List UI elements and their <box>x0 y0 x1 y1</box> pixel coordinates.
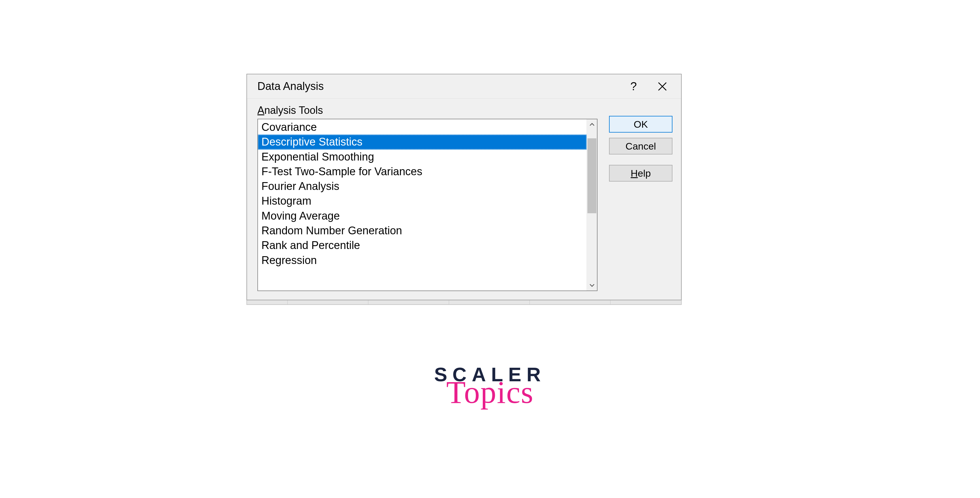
close-icon <box>657 81 668 92</box>
data-analysis-dialog: Data Analysis ? Analysis Tools Covarianc… <box>247 74 682 300</box>
dialog-content: Analysis Tools Covariance Descriptive St… <box>247 99 681 300</box>
list-item[interactable]: Rank and Percentile <box>258 238 587 253</box>
list-item[interactable]: F-Test Two-Sample for Variances <box>258 164 587 179</box>
list-item[interactable]: Histogram <box>258 194 587 208</box>
scroll-down-button[interactable] <box>587 280 597 291</box>
scroll-thumb[interactable] <box>587 138 597 213</box>
left-column: Analysis Tools Covariance Descriptive St… <box>258 104 598 291</box>
list-item[interactable]: Random Number Generation <box>258 223 587 238</box>
list-item[interactable]: Fourier Analysis <box>258 179 587 194</box>
button-column: OK Cancel Help <box>609 104 673 291</box>
ok-button[interactable]: OK <box>609 116 673 132</box>
chevron-up-icon <box>589 122 595 127</box>
scaler-topics-logo: SCALER Topics <box>404 363 576 410</box>
list-item[interactable]: Covariance <box>258 120 587 135</box>
listbox-scrollbar[interactable] <box>587 119 597 291</box>
list-item[interactable]: Exponential Smoothing <box>258 150 587 164</box>
sheet-edge-strip <box>247 300 682 305</box>
scroll-up-button[interactable] <box>587 119 597 130</box>
list-item[interactable]: Regression <box>258 253 587 268</box>
title-bar: Data Analysis ? <box>247 74 681 99</box>
analysis-tools-listbox[interactable]: Covariance Descriptive Statistics Expone… <box>258 119 598 291</box>
analysis-tools-label: Analysis Tools <box>258 104 598 116</box>
list-item[interactable]: Moving Average <box>258 208 587 223</box>
help-button[interactable]: Help <box>609 165 673 181</box>
logo-topics-text: Topics <box>404 374 576 410</box>
cancel-button[interactable]: Cancel <box>609 138 673 154</box>
titlebar-help-button[interactable]: ? <box>620 74 646 99</box>
listbox-viewport: Covariance Descriptive Statistics Expone… <box>258 119 587 291</box>
scroll-track[interactable] <box>587 130 597 280</box>
dialog-title: Data Analysis <box>258 80 620 92</box>
close-button[interactable] <box>649 74 675 99</box>
chevron-down-icon <box>589 283 595 288</box>
list-item[interactable]: Descriptive Statistics <box>258 135 587 149</box>
